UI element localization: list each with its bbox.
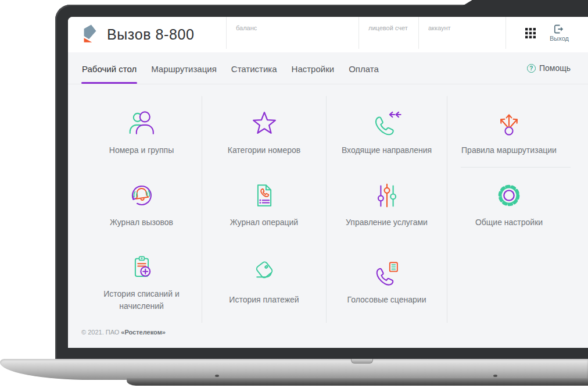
copyright-prefix: © 2021. ПАО [81, 329, 121, 336]
laptop-base-foot [215, 375, 219, 377]
copyright: © 2021. ПАО «Ростелеком» [81, 329, 588, 336]
help-label: Помощь [539, 63, 571, 73]
tile-voice-scenarios[interactable]: Голосовые сценарии [327, 240, 447, 323]
tile-label: История платежей [220, 294, 308, 306]
wallet-icon [249, 257, 280, 289]
rostelecom-logo [81, 24, 99, 46]
personal-account-label: лицевой счет [358, 17, 418, 49]
logout-label: Выход [550, 35, 569, 42]
laptop-base-bottom-edge [127, 378, 588, 386]
tile-label: Голосовые сценарии [338, 294, 436, 306]
app-header: Вызов 8-800 баланс лицевой счет аккаунт [68, 17, 588, 52]
logout-button[interactable]: Выход [550, 24, 569, 42]
tile-label: Журнал операций [221, 216, 307, 229]
laptop-base [0, 359, 588, 380]
help-icon: ? [527, 64, 536, 73]
voice-script-phone-icon [371, 257, 403, 289]
operations-document-icon [249, 180, 280, 211]
tile-label: Управление услугами [336, 216, 437, 229]
tile-label: История списаний и начислений [81, 288, 202, 312]
tile-label: Номера и группы [100, 144, 183, 156]
laptop-base-foot [493, 375, 497, 377]
tile-incoming-directions[interactable]: Входящие направления [327, 96, 447, 168]
tab-settings[interactable]: Настройки [291, 54, 335, 83]
gear-icon [493, 180, 525, 211]
tab-dashboard[interactable]: Рабочий стол [81, 54, 137, 83]
tile-label: Категории номеров [218, 144, 310, 156]
laptop-lid-notch [351, 359, 373, 364]
users-icon [126, 108, 157, 139]
help-button[interactable]: ? Помощь [527, 63, 571, 73]
dashboard-tile-grid: Номера и группы Категории номеров Входящ… [81, 96, 571, 323]
tab-statistics[interactable]: Статистика [231, 54, 278, 83]
call-log-bell-icon [126, 180, 157, 211]
routing-arrows-icon [493, 108, 525, 139]
tile-label: Общие настройки [466, 216, 552, 229]
tile-number-categories[interactable]: Категории номеров [202, 96, 327, 168]
empty-grid-cell [447, 240, 571, 323]
apps-grid-button[interactable] [525, 28, 536, 38]
account-label: аккаунт [418, 17, 505, 49]
laptop-bezel-crop-edge [461, 0, 588, 7]
tab-routing[interactable]: Маршрутизация [150, 54, 217, 83]
tile-operations-log[interactable]: Журнал операций [202, 168, 327, 240]
header-actions: Выход [505, 17, 588, 49]
brand: Вызов 8-800 [68, 17, 226, 52]
tile-numbers-and-groups[interactable]: Номера и группы [81, 96, 202, 168]
copyright-company: «Ростелеком» [121, 329, 166, 336]
tile-charges-history[interactable]: История списаний и начислений [81, 240, 202, 323]
tile-label: Журнал вызовов [101, 216, 182, 229]
main-nav: Рабочий стол Маршрутизация Статистика На… [68, 52, 588, 84]
tab-payment[interactable]: Оплата [348, 54, 379, 83]
apps-grid-icon [525, 28, 536, 38]
tile-general-settings[interactable]: Общие настройки [447, 168, 571, 240]
tile-routing-rules[interactable]: Правила маршрутизации [447, 96, 571, 168]
tile-label: Входящие направления [332, 144, 441, 156]
logout-icon [554, 24, 564, 34]
charges-clipboard-icon [126, 251, 157, 283]
tile-payment-history[interactable]: История платежей [202, 240, 327, 323]
tile-service-management[interactable]: Управление услугами [327, 168, 447, 240]
balance-label: баланс [226, 17, 358, 49]
service-sliders-icon [371, 180, 403, 211]
laptop-screen: Вызов 8-800 баланс лицевой счет аккаунт [68, 17, 588, 348]
tile-label: Правила маршрутизации [452, 144, 566, 156]
tile-call-log[interactable]: Журнал вызовов [81, 168, 202, 240]
app-title: Вызов 8-800 [107, 26, 195, 43]
incoming-call-icon [371, 108, 403, 139]
star-icon [249, 108, 280, 139]
